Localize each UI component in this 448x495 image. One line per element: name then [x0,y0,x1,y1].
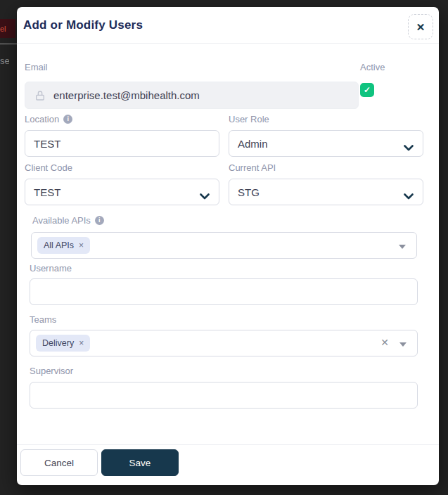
check-icon: ✓ [364,85,371,95]
backdrop-divider-fragment [0,44,17,44]
client-code-label: Client Code [25,162,72,173]
close-button[interactable]: ✕ [408,14,433,39]
active-checkbox[interactable]: ✓ [360,83,374,97]
teams-multiselect[interactable]: Delivery × ✕ [30,330,418,356]
current-api-label: Current API [229,162,276,173]
email-label: Email [25,62,48,72]
user-role-select[interactable]: Admin [229,130,423,157]
username-input[interactable] [30,278,418,305]
supervisor-label: Supervisor [30,366,73,376]
available-apis-label-text: Available APIs [32,215,91,226]
close-icon: ✕ [416,21,425,33]
available-apis-label: Available APIs i [32,215,104,226]
lock-icon [34,90,46,101]
user-role-value: Admin [238,138,268,150]
tag-label: All APIs [44,240,74,250]
location-label: Location i [25,114,72,124]
tag-delivery: Delivery × [36,335,90,352]
client-code-value: TEST [34,186,60,198]
chevron-down-icon [404,190,414,202]
supervisor-input[interactable] [30,382,418,409]
clear-icon[interactable]: ✕ [380,337,389,348]
chevron-down-icon [200,190,210,202]
available-apis-multiselect[interactable]: All APIs × [31,232,417,259]
chevron-down-icon [404,141,414,153]
info-icon[interactable]: i [95,216,104,225]
email-value: enterprise.test@mbihealth.com [53,89,200,101]
teams-label: Teams [30,314,56,325]
tag-all-apis: All APIs × [37,237,90,254]
client-code-select[interactable]: TEST [25,179,219,205]
email-field: enterprise.test@mbihealth.com [25,82,359,109]
add-modify-users-modal: Add or Modify Users ✕ Email enterprise.t… [17,7,439,485]
username-label: Username [30,263,72,274]
location-input[interactable] [25,130,219,157]
user-role-label: User Role [229,114,269,124]
tag-remove-icon[interactable]: × [79,339,84,347]
info-icon[interactable]: i [63,115,72,124]
modal-header: Add or Modify Users ✕ [17,7,439,44]
backdrop-red-fragment: el [0,19,15,38]
modal-footer: Cancel Save [17,444,439,485]
tag-remove-icon[interactable]: × [79,241,84,250]
tag-label: Delivery [42,338,74,348]
cancel-button[interactable]: Cancel [20,449,98,476]
current-api-value: STG [238,186,260,198]
dropdown-caret-icon[interactable] [399,342,407,347]
active-label: Active [360,62,385,72]
dropdown-caret-icon[interactable] [399,245,406,249]
backdrop-text-fragment: se [0,56,9,66]
modal-title: Add or Modify Users [23,18,143,32]
current-api-select[interactable]: STG [229,179,423,205]
location-label-text: Location [25,114,59,124]
save-button[interactable]: Save [101,449,179,476]
